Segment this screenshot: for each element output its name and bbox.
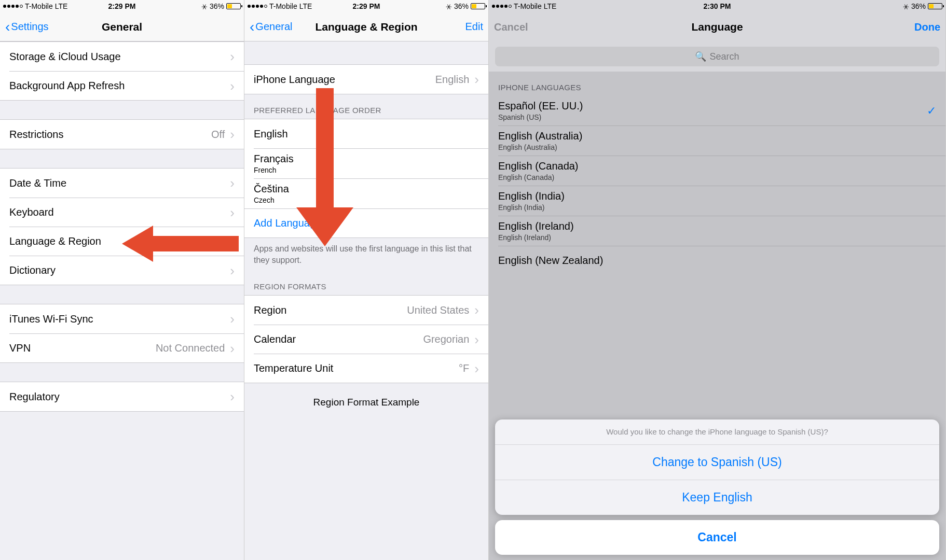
row-background-refresh[interactable]: Background App Refresh › xyxy=(9,71,244,100)
row-lang-english[interactable]: English xyxy=(244,119,488,148)
row-label: Français xyxy=(254,153,294,165)
disclosure-icon: › xyxy=(474,303,479,317)
search-input[interactable]: 🔍 Search xyxy=(495,47,939,66)
disclosure-icon: › xyxy=(230,390,235,403)
list-item[interactable]: Español (EE. UU.) Spanish (US) ✓ xyxy=(489,96,945,125)
back-button[interactable]: ‹ Settings xyxy=(5,20,49,34)
status-bar: T-Mobile LTE 2:29 PM ⚹ 36% xyxy=(244,0,488,12)
screen-language-picker: T-Mobile LTE 2:30 PM ⚹ 36% Cancel Langua… xyxy=(489,0,946,560)
row-iphone-language[interactable]: iPhone Language English › xyxy=(244,65,488,94)
row-region[interactable]: Region United States › xyxy=(244,296,488,325)
row-itunes-wifi-sync[interactable]: iTunes Wi-Fi Sync › xyxy=(0,304,244,333)
section-footer-preferred: Apps and websites will use the first lan… xyxy=(244,238,488,271)
language-name: English (Ireland) xyxy=(498,220,574,232)
language-sub: Spanish (US) xyxy=(498,113,583,121)
add-language-button[interactable]: Add Language… xyxy=(244,208,488,237)
status-bar: T-Mobile LTE 2:29 PM ⚹ 36% xyxy=(0,0,244,12)
row-value: English xyxy=(435,74,473,86)
keep-english-button[interactable]: Keep English xyxy=(495,480,939,515)
battery-icon xyxy=(471,3,485,9)
disclosure-icon: › xyxy=(230,50,235,63)
chevron-left-icon: ‹ xyxy=(250,20,254,34)
settings-list[interactable]: iPhone Language English › PREFERRED LANG… xyxy=(244,41,488,560)
svg-marker-0 xyxy=(122,226,239,262)
disclosure-icon: › xyxy=(474,73,479,86)
settings-list[interactable]: Storage & iCloud Usage › Background App … xyxy=(0,41,244,560)
row-label: iTunes Wi-Fi Sync xyxy=(9,313,93,325)
svg-marker-1 xyxy=(296,88,353,246)
row-label: Storage & iCloud Usage xyxy=(9,51,121,63)
row-value: United States xyxy=(407,304,472,316)
row-label: Čeština xyxy=(254,183,289,195)
clock-label: 2:29 PM xyxy=(353,2,380,10)
annotation-arrow-down-icon xyxy=(296,88,353,249)
nav-bar: ‹ Settings General xyxy=(0,12,244,41)
change-language-button[interactable]: Change to Spanish (US) xyxy=(495,444,939,480)
row-vpn[interactable]: VPN Not Connected › xyxy=(9,333,244,362)
list-item[interactable]: English (Australia) English (Australia) xyxy=(498,125,945,156)
action-sheet-title: Would you like to change the iPhone lang… xyxy=(495,419,939,444)
list-item[interactable]: English (India) English (India) xyxy=(498,186,945,216)
region-format-example-label: Region Format Example xyxy=(244,383,488,414)
action-sheet-cancel-button[interactable]: Cancel xyxy=(495,520,939,555)
search-placeholder: Search xyxy=(709,51,739,62)
language-name: English (Australia) xyxy=(498,130,582,142)
row-label: English xyxy=(254,128,288,140)
disclosure-icon: › xyxy=(230,79,235,93)
back-button[interactable]: ‹ General xyxy=(250,20,292,34)
row-sublabel: French xyxy=(254,166,294,174)
row-label: Temperature Unit xyxy=(254,362,333,374)
row-label: Restrictions xyxy=(9,129,63,141)
row-lang-czech[interactable]: Čeština Czech xyxy=(254,178,488,208)
section-header-preferred: PREFERRED LANGUAGE ORDER xyxy=(244,94,488,119)
language-sub: English (Australia) xyxy=(498,143,582,151)
row-storage[interactable]: Storage & iCloud Usage › xyxy=(0,42,244,71)
language-sub: English (Ireland) xyxy=(498,233,574,242)
clock-label: 2:30 PM xyxy=(704,2,731,10)
language-name: English (Canada) xyxy=(498,160,579,172)
row-calendar[interactable]: Calendar Gregorian › xyxy=(254,325,488,354)
annotation-arrow-left-icon xyxy=(122,220,241,267)
language-name: English (India) xyxy=(498,190,565,202)
search-icon: 🔍 xyxy=(695,51,706,62)
action-sheet: Would you like to change the iPhone lang… xyxy=(495,419,939,555)
screen-language-region: T-Mobile LTE 2:29 PM ⚹ 36% ‹ General Lan… xyxy=(244,0,489,560)
done-button[interactable]: Done xyxy=(914,21,940,33)
row-label: Region xyxy=(254,304,286,316)
page-title: Language xyxy=(489,21,945,33)
row-label: Dictionary xyxy=(9,264,56,276)
disclosure-icon: › xyxy=(230,128,235,141)
battery-icon xyxy=(928,3,942,9)
checkmark-icon: ✓ xyxy=(927,104,936,118)
row-value: Not Connected xyxy=(156,342,228,354)
search-container: 🔍 Search xyxy=(489,41,945,72)
row-label: Date & Time xyxy=(9,177,66,189)
section-header-region: REGION FORMATS xyxy=(244,271,488,295)
language-name: Español (EE. UU.) xyxy=(498,100,583,112)
list-item[interactable]: English (Ireland) English (Ireland) xyxy=(498,216,945,246)
edit-button[interactable]: Edit xyxy=(465,21,483,33)
row-date-time[interactable]: Date & Time › xyxy=(0,169,244,198)
disclosure-icon: › xyxy=(230,342,235,355)
row-temperature[interactable]: Temperature Unit °F › xyxy=(254,354,488,383)
disclosure-icon: › xyxy=(230,176,235,190)
back-label: Settings xyxy=(11,21,48,33)
chevron-left-icon: ‹ xyxy=(5,20,10,34)
row-label: iPhone Language xyxy=(254,74,335,86)
row-value: Off xyxy=(211,129,228,141)
row-restrictions[interactable]: Restrictions Off › xyxy=(0,120,244,149)
disclosure-icon: › xyxy=(230,312,235,326)
cancel-button[interactable]: Cancel xyxy=(494,21,528,33)
list-item[interactable]: English (Canada) English (Canada) xyxy=(498,156,945,186)
row-lang-french[interactable]: Français French xyxy=(254,148,488,178)
row-regulatory[interactable]: Regulatory › xyxy=(0,382,244,411)
list-item[interactable]: English (New Zealand) xyxy=(498,246,945,275)
status-bar: T-Mobile LTE 2:30 PM ⚹ 36% xyxy=(489,0,945,12)
row-label: Regulatory xyxy=(9,391,60,403)
section-header-languages: IPHONE LANGUAGES xyxy=(489,72,945,96)
language-sub: English (India) xyxy=(498,203,565,212)
disclosure-icon: › xyxy=(230,206,235,219)
row-label: Calendar xyxy=(254,333,296,345)
battery-icon xyxy=(226,3,241,9)
row-label: Language & Region xyxy=(9,235,101,247)
